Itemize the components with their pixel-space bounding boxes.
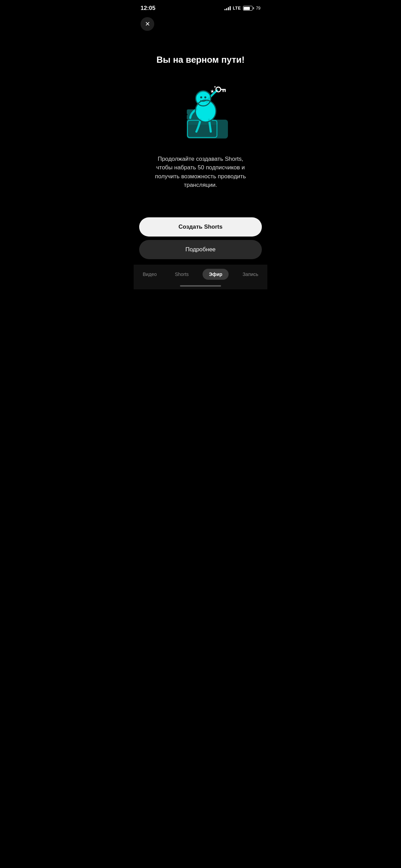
main-description: Продолжайте создавать Shorts, чтобы набр… <box>149 155 252 190</box>
svg-point-7 <box>216 87 221 92</box>
nav-tabs: Видео Shorts Эфир Запись <box>134 269 267 283</box>
page-title: Вы на верном пути! <box>156 55 244 65</box>
lte-label: LTE <box>233 6 241 11</box>
home-bar <box>180 285 221 287</box>
nav-tab-shorts-label: Shorts <box>175 272 189 277</box>
close-button[interactable]: ✕ <box>141 17 154 31</box>
svg-point-15 <box>200 96 202 98</box>
home-indicator <box>134 283 267 289</box>
bottom-navigation: Видео Shorts Эфир Запись <box>134 265 267 289</box>
buttons-area: Создать Shorts Подробнее <box>134 217 267 265</box>
learn-more-button[interactable]: Подробнее <box>139 240 262 259</box>
battery-cap <box>253 7 254 9</box>
close-btn-area: ✕ <box>134 14 267 34</box>
battery-percent: 79 <box>256 6 260 11</box>
nav-tab-efir[interactable]: Эфир <box>203 269 228 280</box>
main-content: Вы на верном пути! ★ ✦ <box>134 34 267 217</box>
svg-text:★: ★ <box>210 88 215 94</box>
nav-tab-video[interactable]: Видео <box>138 270 161 278</box>
status-icons: LTE 79 <box>224 6 260 11</box>
svg-text:✦: ✦ <box>214 85 216 89</box>
signal-icon <box>224 6 231 10</box>
status-bar: 12:05 LTE 79 <box>134 0 267 14</box>
nav-tab-zapis-label: Запись <box>243 272 258 277</box>
illustration: ★ ✦ <box>166 75 235 144</box>
close-icon: ✕ <box>145 20 150 28</box>
create-shorts-button[interactable]: Создать Shorts <box>139 217 262 237</box>
nav-tab-zapis[interactable]: Запись <box>239 270 263 278</box>
nav-tab-shorts[interactable]: Shorts <box>171 270 193 278</box>
battery-body <box>243 6 253 11</box>
nav-tab-video-label: Видео <box>143 272 157 277</box>
status-time: 12:05 <box>141 5 155 12</box>
nav-tab-efir-label: Эфир <box>209 272 222 277</box>
battery-fill <box>244 7 250 10</box>
svg-point-16 <box>204 96 206 98</box>
battery-indicator <box>243 6 254 11</box>
